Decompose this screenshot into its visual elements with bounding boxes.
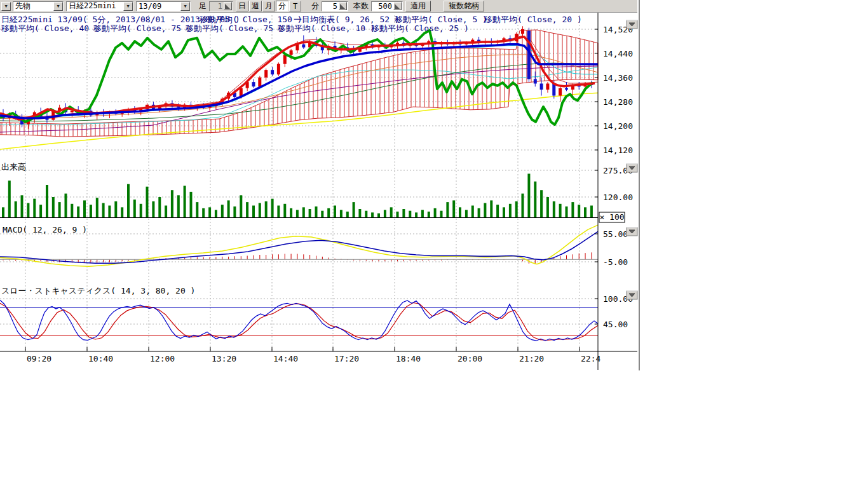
candle-body	[264, 70, 268, 78]
spinner-icon[interactable]	[224, 2, 232, 10]
bar-type-label: 足	[199, 1, 207, 11]
percent-k	[0, 300, 598, 341]
volume-bar	[327, 208, 330, 218]
candle-body	[277, 64, 280, 75]
volume-bar	[397, 212, 399, 218]
apply-button[interactable]: 適用	[405, 1, 431, 11]
legend-ma75a: 移動平均( Close, 75 )	[93, 24, 191, 32]
symbol-select-value: 日経225mini	[67, 1, 123, 11]
period-tick-button[interactable]: T	[289, 1, 301, 11]
y-axis-label: 14,360	[603, 73, 633, 83]
spinner-icon[interactable]	[393, 2, 402, 10]
legend-ma10: 移動平均( Close, 10 )	[278, 24, 376, 32]
volume-bar	[459, 207, 461, 217]
x-axis-label: 13:20	[212, 354, 236, 363]
bar-count-spinner[interactable]: 500	[371, 1, 403, 11]
y-axis-label: 14,200	[603, 121, 633, 131]
symbol-select[interactable]: 日経225mini ▼	[66, 1, 133, 11]
volume-bar	[8, 180, 11, 217]
x-axis-label: 18:40	[396, 354, 421, 363]
x-axis-label: 14:40	[273, 354, 298, 363]
volume-bar	[196, 202, 198, 217]
x-axis-label: 22:4	[581, 354, 600, 363]
bar-interval-value: 1	[210, 2, 224, 11]
bar-count-value: 500	[372, 2, 393, 11]
volume-bar	[578, 205, 580, 217]
bar-count-label: 本数	[353, 1, 369, 11]
y-axis-label: -5.00	[603, 257, 628, 267]
volume-bar	[114, 201, 117, 218]
volume-bar	[202, 208, 205, 218]
volume-bar	[434, 208, 437, 218]
volume-bar	[296, 210, 299, 217]
volume-bar	[358, 209, 361, 218]
candle-body	[302, 44, 305, 48]
volume-bar	[133, 200, 136, 218]
minute-spinner[interactable]: 5	[322, 1, 348, 11]
candle-body	[559, 88, 562, 96]
candle-body	[546, 84, 549, 90]
volume-bar	[409, 211, 411, 218]
market-select[interactable]: 先物 ▼	[13, 1, 64, 11]
volume-bar	[140, 204, 142, 218]
chevron-down-icon[interactable]: ▼	[180, 2, 190, 11]
volume-bar	[102, 203, 105, 218]
volume-multiplier-label: × 100	[599, 212, 624, 222]
volume-bar	[283, 204, 286, 218]
period-month-button[interactable]: 月	[262, 1, 275, 11]
macd-line	[0, 225, 598, 266]
candle-body	[258, 78, 261, 86]
period-day-button[interactable]: 日	[236, 1, 248, 11]
volume-bar	[402, 209, 405, 218]
y-axis-label: 14,440	[603, 49, 633, 58]
volume-bar	[384, 210, 386, 217]
volume-bar	[340, 210, 342, 217]
volume-bar	[509, 204, 512, 218]
volume-bar	[83, 200, 86, 217]
volume-bar	[334, 206, 336, 218]
percent-d	[0, 303, 598, 341]
period-minute-button[interactable]: 分	[276, 1, 288, 11]
minute-value: 5	[322, 2, 339, 11]
volume-bar	[421, 210, 424, 217]
period-week-button[interactable]: 週	[249, 1, 262, 11]
volume-bar	[515, 201, 518, 218]
candle-body	[290, 50, 293, 55]
candle-body	[71, 111, 74, 112]
volume-bar	[496, 205, 499, 217]
x-axis-label: 10:40	[88, 354, 113, 363]
chart-canvas[interactable]: × 10014,52014,44014,36014,28014,20014,12…	[0, 13, 639, 370]
volume-bar	[77, 207, 79, 218]
volume-bar	[590, 206, 593, 218]
chevron-down-icon[interactable]: ▼	[53, 2, 63, 11]
bar-interval-spinner[interactable]: 1	[209, 1, 233, 11]
legend-ma75b: 移動平均( Close, 75 )	[186, 24, 283, 32]
volume-bar	[271, 199, 274, 218]
volume-bar	[452, 200, 455, 217]
y-axis-label: 14,280	[603, 97, 633, 107]
volume-bar	[428, 212, 430, 218]
legend-ichimoku: 一目均衡表( 9, 26, 52 )	[294, 15, 400, 24]
volume-bar	[71, 204, 73, 218]
volume-bar	[415, 212, 417, 217]
volume-bar	[559, 204, 562, 218]
multi-symbol-button[interactable]: 複数銘柄	[444, 1, 484, 11]
chevron-down-icon[interactable]: ▼	[123, 2, 133, 11]
volume-bar	[290, 208, 292, 218]
spinner-icon[interactable]	[339, 2, 347, 10]
volume-bar	[15, 201, 17, 218]
volume-bar	[127, 184, 130, 218]
volume-bar	[527, 173, 530, 217]
toolbar: ▼ 先物 ▼ 日経225mini ▼ 13/09 ▼ 足 1 日 週 月 分 T…	[0, 0, 637, 13]
volume-bar	[321, 211, 323, 218]
volume-bar	[365, 211, 367, 218]
history-dropdown-button[interactable]: ▼	[1, 2, 11, 11]
x-axis-label: 12:00	[150, 354, 175, 363]
volume-bar	[566, 207, 568, 218]
y-axis-label: 55.00	[603, 229, 628, 239]
volume-bar	[465, 210, 468, 217]
volume-bar	[440, 211, 443, 218]
candle-body	[521, 29, 524, 34]
volume-bar	[177, 195, 180, 217]
contract-month-select[interactable]: 13/09 ▼	[136, 1, 191, 11]
